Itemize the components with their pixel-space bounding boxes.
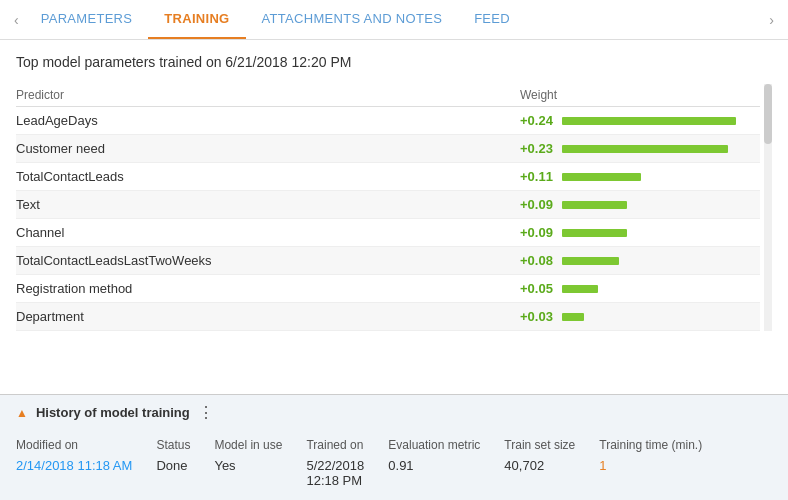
- weight-cell: +0.09: [520, 191, 760, 219]
- nav-tabs: PARAMETERS TRAINING ATTACHMENTS AND NOTE…: [25, 0, 764, 39]
- tab-feed[interactable]: FEED: [458, 0, 526, 39]
- history-col-value: 0.91: [388, 458, 480, 473]
- table-row: Registration method+0.05: [16, 275, 760, 303]
- table-row: TotalContactLeadsLastTwoWeeks+0.08: [16, 247, 760, 275]
- weight-value: +0.24: [520, 113, 556, 128]
- top-navigation: ‹ PARAMETERS TRAINING ATTACHMENTS AND NO…: [0, 0, 788, 40]
- history-col-header: Status: [156, 438, 190, 454]
- history-col-value: Done: [156, 458, 190, 473]
- history-col-header: Model in use: [214, 438, 282, 454]
- predictor-col-header: Predictor: [16, 84, 520, 107]
- history-col: Model in useYes: [214, 438, 282, 488]
- weight-bar: [562, 229, 627, 237]
- history-col: Trained on5/22/201812:18 PM: [306, 438, 364, 488]
- history-title: History of model training: [36, 405, 190, 420]
- history-col-header: Evaluation metric: [388, 438, 480, 454]
- history-col-value: Yes: [214, 458, 282, 473]
- weight-bar: [562, 173, 641, 181]
- weight-value: +0.09: [520, 197, 556, 212]
- history-section: ▲ History of model training ⋮ Modified o…: [0, 394, 788, 500]
- history-col-header: Train set size: [504, 438, 575, 454]
- weight-cell: +0.11: [520, 163, 760, 191]
- history-chevron-icon[interactable]: ▲: [16, 406, 28, 420]
- history-col: Evaluation metric0.91: [388, 438, 480, 488]
- weight-value: +0.11: [520, 169, 556, 184]
- history-header: ▲ History of model training ⋮: [0, 395, 788, 430]
- weight-cell: +0.08: [520, 247, 760, 275]
- table-row: Channel+0.09: [16, 219, 760, 247]
- predictor-cell: Channel: [16, 219, 520, 247]
- history-col-header: Modified on: [16, 438, 132, 454]
- weight-col-header: Weight: [520, 84, 760, 107]
- weight-bar: [562, 117, 736, 125]
- prev-arrow[interactable]: ‹: [8, 8, 25, 32]
- weight-bar: [562, 313, 584, 321]
- history-col-value: 2/14/2018 11:18 AM: [16, 458, 132, 473]
- weight-bar: [562, 257, 619, 265]
- weight-cell: +0.24: [520, 107, 760, 135]
- history-col: StatusDone: [156, 438, 190, 488]
- history-menu-icon[interactable]: ⋮: [198, 403, 214, 422]
- table-row: LeadAgeDays+0.24: [16, 107, 760, 135]
- history-col-header: Training time (min.): [599, 438, 702, 454]
- tab-attachments-and-notes[interactable]: ATTACHMENTS AND NOTES: [246, 0, 459, 39]
- history-col-header: Trained on: [306, 438, 364, 454]
- table-row: Text+0.09: [16, 191, 760, 219]
- scrollbar-thumb[interactable]: [764, 84, 772, 144]
- history-col: Training time (min.)1: [599, 438, 702, 488]
- section-title: Top model parameters trained on 6/21/201…: [16, 54, 772, 70]
- predictor-cell: Department: [16, 303, 520, 331]
- weight-cell: +0.09: [520, 219, 760, 247]
- weight-value: +0.09: [520, 225, 556, 240]
- weight-bar: [562, 201, 627, 209]
- predictor-cell: LeadAgeDays: [16, 107, 520, 135]
- weight-value: +0.08: [520, 253, 556, 268]
- weight-cell: +0.05: [520, 275, 760, 303]
- history-table: Modified on2/14/2018 11:18 AMStatusDoneM…: [0, 430, 788, 500]
- weight-cell: +0.23: [520, 135, 760, 163]
- predictor-cell: TotalContactLeadsLastTwoWeeks: [16, 247, 520, 275]
- tab-training[interactable]: TRAINING: [148, 0, 245, 39]
- predictor-cell: TotalContactLeads: [16, 163, 520, 191]
- history-col-value: 5/22/201812:18 PM: [306, 458, 364, 488]
- history-col: Modified on2/14/2018 11:18 AM: [16, 438, 132, 488]
- next-arrow[interactable]: ›: [763, 8, 780, 32]
- table-row: Customer need+0.23: [16, 135, 760, 163]
- weight-value: +0.05: [520, 281, 556, 296]
- weight-value: +0.23: [520, 141, 556, 156]
- weight-value: +0.03: [520, 309, 556, 324]
- table-row: TotalContactLeads+0.11: [16, 163, 760, 191]
- history-col-value: 40,702: [504, 458, 575, 473]
- predictor-cell: Customer need: [16, 135, 520, 163]
- history-col-value: 1: [599, 458, 702, 473]
- history-col: Train set size40,702: [504, 438, 575, 488]
- table-area: Predictor Weight LeadAgeDays+0.24Custome…: [16, 84, 760, 331]
- table-row: Department+0.03: [16, 303, 760, 331]
- main-content: Top model parameters trained on 6/21/201…: [0, 40, 788, 500]
- predictor-cell: Registration method: [16, 275, 520, 303]
- weight-bar: [562, 145, 728, 153]
- content-with-scroll: Predictor Weight LeadAgeDays+0.24Custome…: [16, 84, 772, 331]
- scrollbar[interactable]: [764, 84, 772, 331]
- predictor-cell: Text: [16, 191, 520, 219]
- parameters-table: Predictor Weight LeadAgeDays+0.24Custome…: [16, 84, 760, 331]
- weight-bar: [562, 285, 598, 293]
- weight-cell: +0.03: [520, 303, 760, 331]
- tab-parameters[interactable]: PARAMETERS: [25, 0, 149, 39]
